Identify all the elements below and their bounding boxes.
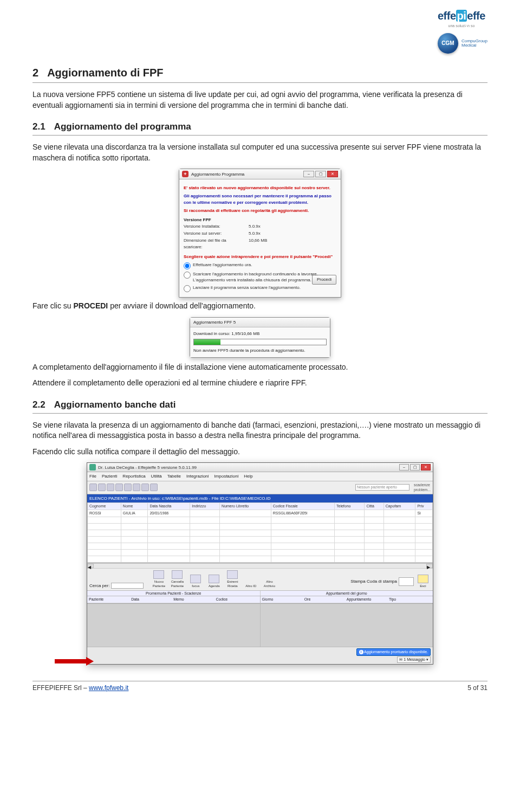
close-button[interactable]: ✕ (421, 464, 431, 471)
ricetta-button[interactable]: Estremi Ricetta (225, 570, 240, 589)
minimize-button[interactable]: – (303, 171, 314, 177)
path-bar: ELENCO PAZIENTI - Archivio in uso: c:\WB… (87, 494, 433, 502)
table-row[interactable]: ROSSIGIULIA20/01/1986 RSSGLI86A60F205I S… (88, 510, 433, 517)
dialog-title: Aggiornamento Programma (191, 171, 302, 177)
delete-patient-button[interactable]: Cancella Paziente (170, 570, 185, 589)
print-queue-box[interactable] (399, 577, 414, 586)
main-app-window: Dr. Luisa DeCeglia - Effepieffe 5 versio… (87, 462, 433, 665)
minimize-button[interactable]: – (399, 464, 409, 471)
progress-label: Download in corso: 1,95/10,66 MB (193, 331, 327, 337)
reminders-pane: PazienteData MemoCodice (87, 596, 260, 647)
menu-file[interactable]: File (89, 473, 96, 479)
new-patient-button[interactable]: Nuovo Paziente (151, 570, 166, 589)
status-bar: i Aggiornamento prontuario disponibile. … (87, 647, 433, 664)
mid-toolbar: Cerca per: Nuovo Paziente Cancella Pazie… (87, 569, 433, 591)
window-title: Dr. Luisa DeCeglia - Effepieffe 5 versio… (98, 465, 398, 471)
menu-pazienti[interactable]: Pazienti (102, 473, 117, 479)
update-notification[interactable]: i Aggiornamento prontuario disponibile. (356, 648, 431, 656)
paragraph: Facendo clic sulla notifica compare il d… (32, 447, 487, 457)
radio-update-now[interactable]: Effettuare l'aggiornamento ora. (184, 262, 336, 269)
tab-scadenze[interactable]: scadenze (411, 482, 431, 488)
app-icon: + (182, 171, 188, 177)
menu-tabelle[interactable]: Tabelle (167, 473, 181, 479)
menu-utilita[interactable]: Utilità (151, 473, 162, 479)
paragraph: Se viene rilevata una discordanza tra la… (32, 142, 487, 163)
logo-cgm: CGM CompuGroup Medical (438, 33, 487, 54)
heading-2-2: 2.2Aggiornamento banche dati (32, 398, 487, 411)
dialog-title: Aggiornamento FPF 5 (190, 318, 330, 327)
focus-button[interactable]: focus (188, 575, 203, 588)
toolbar: Nessun paziente aperto scadenze problem.… (87, 481, 433, 495)
paragraph: Attendere il completamento delle operazi… (32, 378, 487, 389)
horizontal-scrollbar[interactable]: ◀▶ (87, 563, 433, 569)
radio-skip[interactable]: Lanciare il programma senza scaricare l'… (184, 285, 336, 292)
progress-dialog: Aggiornamento FPF 5 Download in corso: 1… (190, 317, 330, 358)
paragraph: Se viene rilavata la presenza di un aggi… (32, 420, 487, 441)
maximize-button[interactable]: ▢ (315, 171, 326, 177)
app-icon (89, 464, 96, 471)
maximize-button[interactable]: ▢ (410, 464, 420, 471)
menu-integrazioni[interactable]: Integrazioni (186, 473, 209, 479)
footer-link[interactable]: www.fpfweb.it (89, 684, 128, 692)
search-input[interactable] (111, 583, 144, 589)
radio-background[interactable]: Scaricare l'aggiornamento in background … (184, 271, 336, 283)
menu-bar[interactable]: File Pazienti Reportistica Utilità Tabel… (87, 472, 433, 481)
paragraph: A completamento dell'aggiornamento il fi… (32, 362, 487, 373)
progress-note: Non avviare FPF5 durante la procedura di… (193, 347, 327, 353)
paragraph: La nuova versione FPF5 contiene un siste… (32, 89, 487, 111)
header-logos: effepieffe una soluzi∴n so CGM CompuGrou… (438, 8, 487, 54)
heading-2: 2Aggiornamento di FPF (32, 65, 487, 80)
annotation-arrow (55, 658, 98, 665)
toolbar-icon[interactable] (107, 484, 114, 491)
toolbar-icon[interactable] (150, 484, 158, 491)
toolbar-icon[interactable] (124, 484, 132, 491)
close-button[interactable]: ✕ (327, 171, 338, 177)
toolbar-icon[interactable] (133, 484, 140, 491)
update-dialog: + Aggiornamento Programma – ▢ ✕ E' stato… (179, 169, 341, 298)
tab-problem[interactable]: problem... (411, 487, 431, 493)
menu-reportistica[interactable]: Reportistica (122, 473, 145, 479)
toolbar-icon[interactable] (141, 484, 149, 491)
page-number: 5 of 31 (467, 684, 487, 693)
menu-impostazioni[interactable]: Impostazioni (214, 473, 238, 479)
logo-effepieffe: effepieffe una soluzi∴n so (438, 8, 485, 29)
progress-bar (193, 339, 327, 345)
menu-help[interactable]: Help (244, 473, 252, 479)
altro-id-button[interactable]: Altro ID (243, 584, 258, 588)
patient-grid[interactable]: CognomeNomeData Nascita IndirizzoNumero … (87, 502, 433, 563)
agenda-button[interactable]: Agenda (206, 575, 222, 588)
toolbar-icon[interactable] (89, 484, 97, 491)
toolbar-icon[interactable] (98, 484, 106, 491)
toolbar-icon[interactable] (115, 484, 123, 491)
esci-button[interactable]: Esci (415, 575, 431, 588)
paragraph: Fare clic su PROCEDI per avviare il down… (32, 301, 487, 312)
patient-search[interactable]: Nessun paziente aperto (355, 484, 410, 491)
page-footer: EFFEPIEFFE Srl – www.fpfweb.it 5 of 31 (32, 681, 487, 693)
message-count[interactable]: ✉ 1 Messaggio ▾ (397, 656, 431, 663)
altro-archivio-button[interactable]: Altro Archivio (262, 579, 277, 589)
appointments-pane: GiornoOre AppuntamentoTipo (260, 596, 433, 647)
heading-2-1: 2.1Aggiornamento del programma (32, 120, 487, 133)
